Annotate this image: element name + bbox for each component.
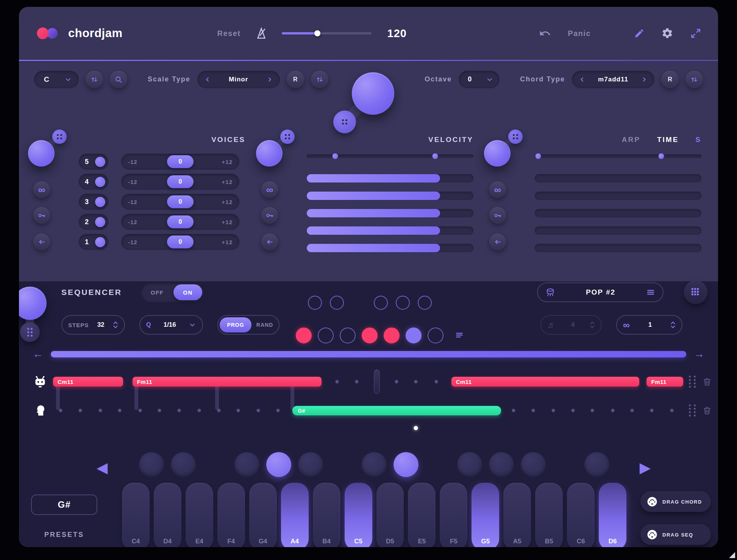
drag-seq-button[interactable]: DRAG SEQ: [640, 524, 711, 545]
scale-reset-button[interactable]: R: [287, 71, 304, 88]
quantize-select[interactable]: Q 1/16: [139, 315, 203, 335]
scrub-handle[interactable]: [374, 370, 380, 394]
step-indicator[interactable]: [362, 328, 378, 343]
note-lane-drag-handle[interactable]: [688, 404, 697, 416]
note-lane-trash-icon[interactable]: [701, 406, 713, 415]
voice-enable-dot[interactable]: [95, 177, 105, 187]
chord-block[interactable]: Fm11: [646, 377, 683, 387]
key-select[interactable]: C: [34, 71, 79, 88]
velocity-knob[interactable]: [256, 140, 283, 167]
step-indicator[interactable]: [296, 328, 312, 343]
voices-knob[interactable]: [28, 140, 55, 167]
offset-thumb[interactable]: 0: [167, 236, 194, 248]
chord-main-knob[interactable]: [352, 72, 394, 115]
black-pad-fs5[interactable]: [457, 452, 482, 477]
arp-bar[interactable]: [535, 192, 701, 200]
piano-key-f4[interactable]: F4: [217, 483, 245, 547]
arp-range-slider[interactable]: [535, 153, 701, 159]
tab-arp[interactable]: ARP: [622, 136, 640, 144]
velocity-range-slider[interactable]: [307, 153, 473, 159]
chevron-left-icon[interactable]: [579, 76, 586, 83]
piano-key-g5[interactable]: G5: [472, 483, 499, 547]
beat-indicator[interactable]: [396, 296, 410, 310]
step-indicator[interactable]: [428, 328, 443, 343]
piano-key-d4[interactable]: D4: [154, 483, 181, 547]
chord-track[interactable]: Cm11Fm11Cm11Fm11: [53, 375, 683, 388]
black-pad-cs5[interactable]: [362, 452, 387, 477]
arp-bar[interactable]: [535, 226, 701, 235]
undo-icon[interactable]: [539, 27, 551, 39]
voice-toggle[interactable]: 3: [79, 194, 108, 210]
black-pad-cs6[interactable]: [584, 452, 609, 477]
progress-right-arrow[interactable]: →: [692, 349, 707, 359]
tab-steps[interactable]: S: [695, 136, 701, 144]
offset-thumb[interactable]: 0: [167, 155, 194, 168]
stepper-arrows-icon[interactable]: [670, 321, 676, 329]
scale-random-button[interactable]: [311, 71, 328, 88]
black-pad-ds5[interactable]: [393, 452, 418, 477]
voices-infinity-button[interactable]: ∞: [33, 181, 50, 198]
chord-block[interactable]: Cm11: [451, 377, 639, 387]
grid-view-button[interactable]: [684, 281, 707, 304]
piano-key-d6[interactable]: D6: [599, 483, 626, 547]
arp-lock-key-button[interactable]: [489, 207, 506, 224]
step-indicator[interactable]: [318, 328, 334, 343]
voice-enable-dot[interactable]: [95, 237, 105, 247]
stepper-arrows-icon[interactable]: [590, 321, 595, 329]
voices-random-knob[interactable]: [52, 129, 67, 144]
scale-selector[interactable]: Minor: [197, 71, 280, 88]
piano-key-a4[interactable]: A4: [281, 483, 309, 547]
prog-label[interactable]: PROG: [220, 317, 251, 332]
piano-key-c6[interactable]: C6: [567, 483, 595, 547]
prog-rand-toggle[interactable]: PROG RAND: [217, 315, 279, 335]
tempo-slider[interactable]: [282, 30, 372, 37]
robot-icon[interactable]: [32, 374, 48, 389]
chord-random-knob[interactable]: [333, 111, 356, 133]
piano-key-a5[interactable]: A5: [503, 483, 531, 547]
velocity-bar[interactable]: [307, 209, 473, 217]
voice-offset-slider[interactable]: -120+12: [121, 234, 239, 250]
piano-key-e4[interactable]: E4: [186, 483, 213, 547]
rand-label[interactable]: RAND: [251, 316, 279, 334]
drag-chord-button[interactable]: DRAG CHORD: [640, 491, 711, 512]
voices-lock-key-button[interactable]: [33, 207, 50, 224]
root-note-display[interactable]: G#: [31, 494, 97, 515]
voice-offset-slider[interactable]: -120+12: [121, 174, 239, 190]
resize-grip[interactable]: [729, 552, 735, 558]
voice-toggle[interactable]: 5: [79, 154, 108, 170]
piano-key-b5[interactable]: B5: [535, 483, 563, 547]
step-indicator[interactable]: [340, 328, 356, 343]
panic-button[interactable]: Panic: [568, 29, 591, 38]
beat-indicator[interactable]: [418, 296, 432, 310]
black-pad-as5[interactable]: [521, 452, 546, 477]
voice-offset-slider[interactable]: -120+12: [121, 194, 239, 210]
arp-range-high-handle[interactable]: [659, 153, 664, 159]
black-pad-gs5[interactable]: [489, 452, 514, 477]
sequencer-knob[interactable]: [19, 287, 47, 320]
velocity-lock-key-button[interactable]: [261, 207, 278, 224]
note-bar[interactable]: G#: [292, 406, 501, 415]
human-head-icon[interactable]: [32, 403, 48, 418]
stepper-arrows-icon[interactable]: [113, 321, 118, 329]
voice-enable-dot[interactable]: [95, 217, 105, 227]
step-indicator[interactable]: [384, 328, 400, 343]
voice-enable-dot[interactable]: [95, 197, 105, 207]
key-detect-button[interactable]: [110, 71, 127, 88]
arp-infinity-button[interactable]: ∞: [489, 181, 506, 198]
voice-offset-slider[interactable]: -120+12: [121, 154, 239, 170]
arp-knob[interactable]: [484, 140, 511, 167]
chord-block[interactable]: Fm11: [133, 377, 322, 387]
sequence-progress-bar[interactable]: [51, 351, 686, 357]
steps-stepper[interactable]: STEPS 32: [61, 315, 125, 335]
velocity-back-button[interactable]: [261, 234, 278, 250]
chevron-left-icon[interactable]: [204, 76, 211, 83]
black-pad-cs4[interactable]: [139, 452, 164, 477]
piano-key-c5[interactable]: C5: [345, 483, 372, 547]
piano-key-g4[interactable]: G4: [249, 483, 277, 547]
on-label[interactable]: ON: [173, 284, 202, 300]
piano-key-c4[interactable]: C4: [122, 483, 150, 547]
settings-gear-icon[interactable]: [661, 27, 673, 39]
loop-repeat-stepper[interactable]: ∞ 1: [616, 315, 682, 335]
velocity-range-low-handle[interactable]: [332, 153, 338, 159]
reset-button[interactable]: Reset: [217, 29, 241, 38]
